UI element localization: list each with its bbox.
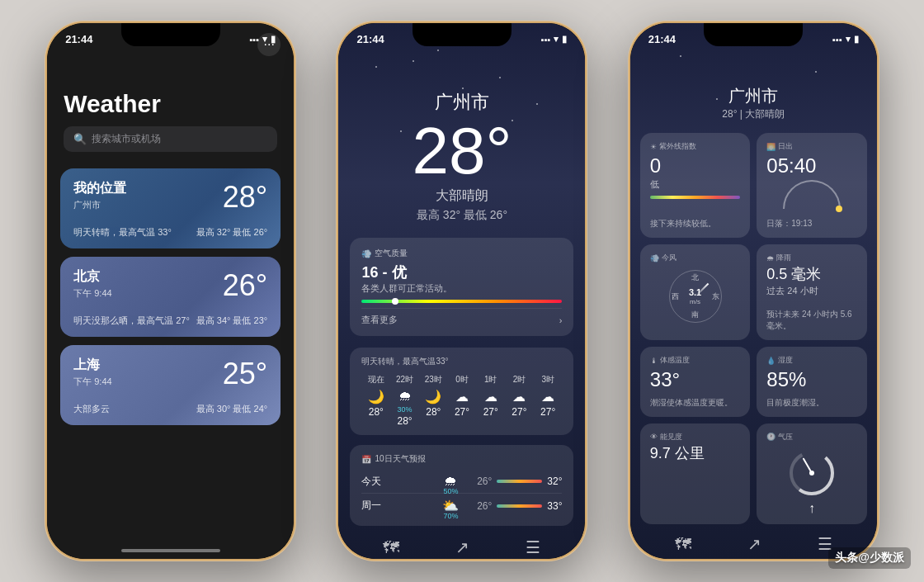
hourly-row: 现在 🌙 28° 22时 🌧 30% 28°: [361, 374, 562, 427]
search-bar[interactable]: 🔍 搜索城市或机场: [64, 126, 277, 152]
compass-north: 北: [691, 272, 699, 283]
aqi-title: 💨 空气质量: [361, 248, 562, 259]
widget-humidity: 💧湿度 85% 目前极度潮湿。: [757, 347, 867, 416]
widget-humidity-value: 85%: [766, 369, 857, 390]
hourly-item-6: 3时 ☁ 27°: [534, 374, 563, 427]
map-icon-2[interactable]: 🗺: [383, 538, 399, 557]
aqi-value: 16 - 优: [361, 263, 562, 282]
widget-uv-value: 0: [650, 155, 741, 177]
widget-pressure: 🕐气压 ↑: [757, 423, 867, 524]
d2-sub: 28° | 大部晴朗: [647, 107, 860, 121]
compass-east: 东: [712, 291, 719, 302]
widget-visibility-value: 9.7 公里: [650, 446, 741, 462]
card-city-1: 北京: [73, 268, 111, 286]
weather-card-0[interactable]: 我的位置 广州市 28° 明天转晴，最高气温 33° 最高 32° 最低 26°: [60, 168, 280, 248]
d2-header: 广州市 28° | 大部晴朗: [630, 49, 877, 128]
uv-bar: [650, 196, 741, 199]
widget-rain-title: 🌧降雨: [766, 253, 857, 263]
widget-wind: 💨今风 北 南 东 西 3.1 m/s: [640, 244, 751, 340]
card-temp-0: 28°: [223, 180, 267, 215]
card-desc-0: 明天转晴，最高气温 33°: [73, 226, 172, 239]
widget-feelslike-desc: 潮湿使体感温度更暖。: [650, 397, 741, 409]
detail-hero: 广州市 28° 大部晴朗 最高 32° 最低 26°: [338, 49, 585, 231]
card-temp-1: 26°: [223, 268, 267, 303]
aqi-bar: [361, 300, 562, 303]
widget-sunrise-title: 🌅日出: [766, 141, 857, 152]
widget-rain-unit: 过去 24 小时: [766, 285, 857, 297]
battery-icon-3: ▮: [854, 34, 859, 45]
card-city-2: 上海: [73, 357, 111, 374]
forecast-section: 📅 10日天气预报 今天 🌧 50% 26°: [350, 445, 573, 526]
widget-sunrise-desc: 日落：19:13: [766, 218, 857, 229]
card-range-0: 最高 32° 最低 26°: [196, 226, 267, 239]
widget-pressure-title: 🕐气压: [766, 432, 857, 442]
search-icon: 🔍: [73, 133, 87, 145]
status-icons-2: ▪▪▪ ▾ ▮: [541, 34, 568, 45]
detail-range: 最高 32° 最低 26°: [355, 208, 568, 223]
aqi-desc: 各类人群可正常活动。: [361, 282, 562, 295]
calendar-icon: 📅: [361, 455, 371, 464]
notch-2: [412, 23, 512, 46]
d2-city: 广州市: [647, 85, 860, 107]
widget-uv: ☀紫外线指数 0 低 接下来持续较低。: [640, 133, 751, 238]
widget-humidity-desc: 目前极度潮湿。: [766, 397, 857, 409]
card-sub-1: 下午 9:44: [73, 287, 111, 300]
aqi-see-more[interactable]: 查看更多 ›: [361, 308, 562, 326]
status-time-3: 21:44: [648, 33, 676, 45]
card-desc-1: 明天没那么晒，最高气温 27°: [73, 315, 190, 327]
widget-rain: 🌧降雨 0.5 毫米 过去 24 小时 预计未来 24 小时内 5.6 毫米。: [757, 244, 867, 340]
widget-rain-desc: 预计未来 24 小时内 5.6 毫米。: [766, 309, 857, 332]
notch-1: [121, 23, 220, 46]
status-icons-1: ▪▪▪ ▾ ▮: [249, 34, 276, 45]
widget-rain-value: 0.5 毫米: [766, 267, 857, 283]
hourly-item-5: 2时 ☁ 27°: [505, 374, 534, 427]
hourly-item-4: 1时 ☁ 27°: [476, 374, 505, 427]
card-sub-2: 下午 9:44: [73, 376, 111, 388]
widget-wind-title: 💨今风: [650, 253, 741, 263]
location-icon-2[interactable]: ↗: [455, 537, 469, 557]
aqi-section: 💨 空气质量 16 - 优 各类人群可正常活动。 查看更多 ›: [350, 238, 573, 336]
widget-humidity-title: 💧湿度: [766, 355, 857, 366]
card-sub-0: 广州市: [73, 199, 126, 211]
widgets-grid: ☀紫外线指数 0 低 接下来持续较低。 🌅日出 05:4: [630, 128, 877, 529]
wind-compass: 北 南 东 西 3.1 m/s: [669, 270, 722, 323]
signal-icon-2: ▪▪▪: [541, 35, 551, 45]
detail2-screen: 21:44 ▪▪▪ ▾ ▮ 广州市 28° | 大部晴朗: [630, 23, 877, 559]
hourly-item-1: 22时 🌧 30% 28°: [390, 374, 419, 427]
forecast-row-0: 今天 🌧 50% 26° 32°: [361, 470, 562, 494]
widget-uv-unit: 低: [650, 178, 741, 191]
location-icon-3[interactable]: ↗: [747, 534, 761, 554]
compass-south: 南: [691, 310, 699, 320]
notch-3: [704, 23, 803, 46]
hourly-item-2: 23时 🌙 28°: [419, 374, 448, 427]
svg-point-3: [809, 471, 814, 476]
card-range-1: 最高 34° 最低 23°: [196, 315, 267, 327]
wifi-icon-2: ▾: [554, 34, 559, 45]
scene: 21:44 ▪▪▪ ▾ ▮ Weather ··· 🔍: [0, 0, 924, 582]
card-city-0: 我的位置: [73, 180, 126, 197]
hourly-section: 明天转晴，最高气温33° 现在 🌙 28° 22时 🌧: [350, 348, 573, 435]
map-icon-3[interactable]: 🗺: [675, 535, 691, 554]
detail-desc: 大部晴朗: [355, 187, 568, 205]
phone-2: 21:44 ▪▪▪ ▾ ▮ 广州市 28° 大部晴朗 最高 32° 最低 26°: [336, 21, 587, 561]
wifi-icon: ▾: [262, 34, 267, 45]
hourly-note: 明天转晴，最高气温33°: [361, 356, 562, 367]
card-temp-2: 25°: [223, 357, 267, 391]
bottom-bar-2: 🗺 ↗ ☰: [338, 531, 585, 559]
chevron-icon: ›: [559, 315, 563, 325]
weather-detail-screen: 21:44 ▪▪▪ ▾ ▮ 广州市 28° 大部晴朗 最高 32° 最低 26°: [338, 23, 585, 559]
widget-sunrise-value: 05:40: [766, 155, 857, 177]
card-range-2: 最高 30° 最低 24°: [196, 403, 267, 415]
detail-temp: 28°: [355, 118, 568, 184]
weather-card-1[interactable]: 北京 下午 9:44 26° 明天没那么晒，最高气温 27° 最高 34° 最低…: [60, 257, 280, 337]
sunrise-arc: [783, 180, 841, 209]
widget-feelslike-title: 🌡体感温度: [650, 355, 741, 366]
weather-card-2[interactable]: 上海 下午 9:44 25° 大部多云 最高 30° 最低 24°: [60, 345, 280, 425]
status-time-1: 21:44: [65, 33, 92, 45]
weather-list-header: Weather ··· 🔍 搜索城市或机场: [47, 49, 294, 159]
wind-icon: 💨: [361, 249, 371, 258]
list-icon-2[interactable]: ☰: [526, 537, 540, 557]
weather-cards: 我的位置 广州市 28° 明天转晴，最高气温 33° 最高 32° 最低 26°: [47, 159, 294, 435]
widget-feelslike-value: 33°: [650, 369, 741, 390]
status-time-2: 21:44: [356, 33, 384, 45]
